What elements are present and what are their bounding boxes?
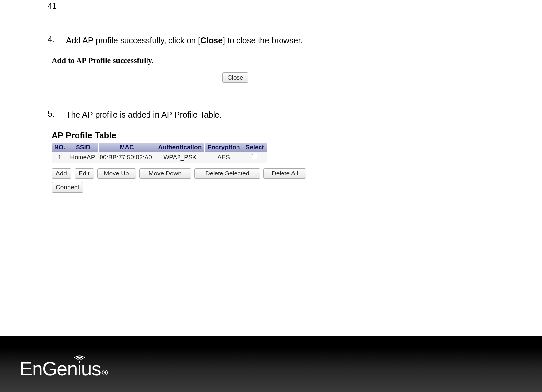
close-button[interactable]: Close [222, 72, 248, 83]
col-auth: Authentication [155, 143, 205, 152]
close-button-row: Close [52, 72, 509, 83]
select-checkbox[interactable] [252, 154, 257, 159]
logo-registered: ® [102, 368, 108, 377]
col-no: NO. [52, 143, 68, 152]
move-up-button[interactable]: Move Up [97, 168, 136, 179]
cell-mac: 00:BB:77:50:02:A0 [98, 152, 155, 163]
add-success-title: Add to AP Profile successfully. [52, 56, 509, 65]
col-ssid: SSID [68, 143, 98, 152]
edit-button[interactable]: Edit [75, 168, 94, 179]
page-footer: EnGen i us ® [0, 336, 542, 392]
table-header-row: NO. SSID MAC Authentication Encryption S… [52, 143, 267, 152]
step-4-pre: Add AP profile successfully, click on [ [66, 36, 200, 45]
col-select: Select [243, 143, 266, 152]
logo-text-post: us [81, 359, 101, 378]
step-5: 5. The AP profile is added in AP Profile… [48, 109, 509, 121]
wifi-icon [72, 351, 87, 360]
col-mac: MAC [98, 143, 155, 152]
screenshot-ap-profile-table: AP Profile Table NO. SSID MAC Authentica… [52, 130, 509, 193]
page-number: 41 [48, 1, 56, 11]
step-4-text: Add AP profile successfully, click on [C… [66, 35, 303, 46]
connect-button[interactable]: Connect [52, 182, 83, 193]
logo-i: i [78, 358, 81, 379]
table-button-row: Add Edit Move Up Move Down Delete Select… [52, 168, 331, 193]
delete-selected-button[interactable]: Delete Selected [194, 168, 260, 179]
engenius-logo: EnGen i us ® [20, 359, 108, 378]
move-down-button[interactable]: Move Down [139, 168, 191, 179]
cell-ssid: HomeAP [68, 152, 98, 163]
cell-enc: AES [205, 152, 243, 163]
step-5-number: 5. [48, 109, 66, 121]
cell-auth: WPA2_PSK [155, 152, 205, 163]
step-4-bold: Close [200, 36, 223, 45]
step-4-post: ] to close the browser. [223, 36, 303, 45]
screenshot-add-success: Add to AP Profile successfully. Close [52, 56, 509, 83]
ap-profile-table-title: AP Profile Table [52, 130, 509, 141]
cell-no: 1 [52, 152, 68, 163]
col-enc: Encryption [205, 143, 243, 152]
add-button[interactable]: Add [52, 168, 71, 179]
delete-all-button[interactable]: Delete All [263, 168, 306, 179]
table-row: 1 HomeAP 00:BB:77:50:02:A0 WPA2_PSK AES [52, 152, 267, 163]
logo-text-pre: EnGen [20, 359, 78, 378]
step-5-text: The AP profile is added in AP Profile Ta… [66, 109, 222, 121]
step-4-number: 4. [48, 35, 66, 46]
step-4: 4. Add AP profile successfully, click on… [48, 35, 509, 46]
logo-i-wrap: i [78, 359, 81, 378]
ap-profile-table: NO. SSID MAC Authentication Encryption S… [52, 143, 267, 163]
cell-select [243, 152, 266, 163]
page-content: 4. Add AP profile successfully, click on… [48, 35, 509, 193]
